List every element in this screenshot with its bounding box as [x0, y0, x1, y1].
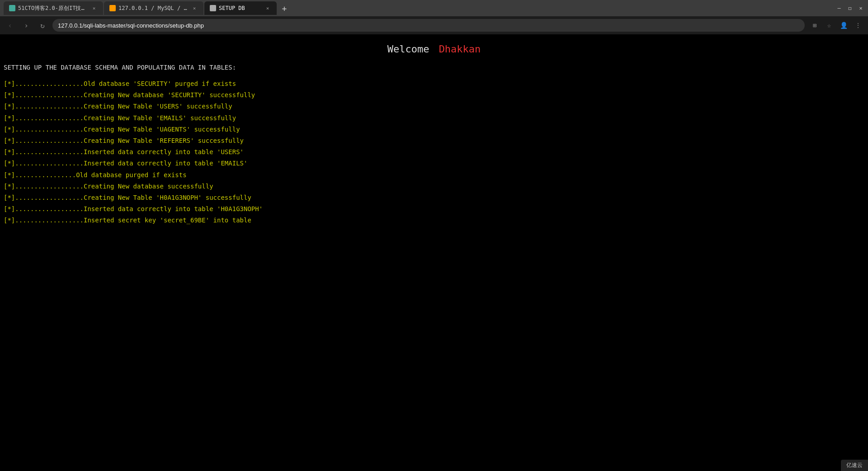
tab-icon-tab3 — [210, 5, 216, 11]
tab-label-tab1: 51CTO博客2.0-原创IT技术文案... — [18, 5, 88, 12]
browser-tab-tab3[interactable]: SETUP DB× — [204, 1, 277, 15]
log-line-11: [*]..................Inserted data corre… — [4, 203, 864, 215]
new-tab-button[interactable]: + — [278, 1, 291, 15]
taskbar: 亿速云 — [841, 460, 868, 471]
browser-addressbar: ‹ › ↻ ⊞ ☆ 👤 ⋮ — [0, 16, 868, 34]
log-line-5: [*]..................Creating New Table … — [4, 135, 864, 146]
log-line-7: [*]..................Inserted data corre… — [4, 158, 864, 169]
browser-tab-tab2[interactable]: 127.0.0.1 / MySQL / security /× — [104, 1, 203, 15]
tab-icon-tab2 — [109, 5, 116, 11]
log-line-6: [*]..................Inserted data corre… — [4, 146, 864, 158]
log-line-8: [*]................Old database purged i… — [4, 170, 864, 181]
account-button[interactable]: 👤 — [837, 19, 850, 32]
page-header: Welcome Dhakkan — [4, 43, 864, 55]
tab-close-tab3[interactable]: × — [264, 5, 271, 12]
setup-heading: SETTING UP THE DATABASE SCHEMA AND POPUL… — [4, 64, 864, 71]
maximize-button[interactable]: ◻ — [846, 5, 854, 12]
log-line-10: [*]..................Creating New Table … — [4, 192, 864, 203]
menu-button[interactable]: ⋮ — [852, 19, 864, 32]
log-line-2: [*]..................Creating New Table … — [4, 101, 864, 112]
log-line-12: [*]..................Inserted secret key… — [4, 215, 864, 226]
log-line-0: [*]..................Old database 'SECUR… — [4, 78, 864, 89]
minimize-button[interactable]: — — [835, 5, 843, 12]
window-controls: — ◻ ✕ — [835, 5, 864, 12]
log-line-9: [*]..................Creating New databa… — [4, 181, 864, 192]
page-content: Welcome Dhakkan SETTING UP THE DATABASE … — [0, 34, 868, 471]
forward-button[interactable]: › — [20, 19, 33, 32]
extensions-button[interactable]: ⊞ — [808, 19, 821, 32]
username-text: Dhakkan — [439, 43, 481, 55]
tab-close-tab1[interactable]: × — [90, 5, 98, 12]
welcome-text: Welcome — [387, 43, 429, 55]
taskbar-label: 亿速云 — [846, 462, 863, 468]
tab-label-tab3: SETUP DB — [219, 5, 261, 11]
tab-label-tab2: 127.0.0.1 / MySQL / security / — [118, 5, 188, 11]
bookmark-button[interactable]: ☆ — [823, 19, 835, 32]
browser-tab-tab1[interactable]: 51CTO博客2.0-原创IT技术文案...× — [4, 1, 103, 15]
tab-icon-tab1 — [9, 5, 15, 11]
log-line-3: [*]..................Creating New Table … — [4, 113, 864, 124]
browser-titlebar: 51CTO博客2.0-原创IT技术文案...×127.0.0.1 / MySQL… — [0, 0, 868, 16]
address-bar-input[interactable] — [52, 19, 805, 32]
browser-action-buttons: ⊞ ☆ 👤 ⋮ — [808, 19, 864, 32]
close-button[interactable]: ✕ — [857, 5, 864, 12]
tab-close-tab2[interactable]: × — [191, 5, 198, 12]
back-button[interactable]: ‹ — [4, 19, 16, 32]
log-line-1: [*]..................Creating New databa… — [4, 89, 864, 101]
refresh-button[interactable]: ↻ — [36, 19, 49, 32]
log-line-4: [*]..................Creating New Table … — [4, 124, 864, 135]
log-container: [*]..................Old database 'SECUR… — [4, 78, 864, 226]
browser-window: 51CTO博客2.0-原创IT技术文案...×127.0.0.1 / MySQL… — [0, 0, 868, 34]
